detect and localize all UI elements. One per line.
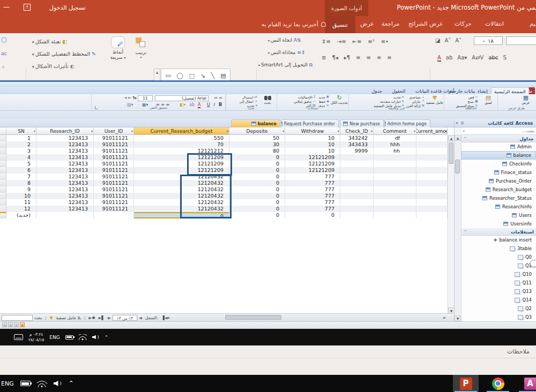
doc-tab-3[interactable]: Admin home page — [384, 119, 430, 127]
nav-item-Researcher_Status[interactable]: Researcher_Status — [461, 194, 536, 202]
cell[interactable] — [340, 180, 374, 186]
cell[interactable] — [416, 154, 448, 161]
doc-tab-2[interactable]: New purchase — [340, 119, 384, 127]
shape-effects-button[interactable]: ◐ تأثيرات الأشكال ▾ — [32, 63, 75, 69]
cell[interactable]: hhh — [374, 141, 416, 148]
battery-icon[interactable] — [65, 335, 73, 340]
tab-3[interactable]: مراجعة — [382, 20, 399, 27]
cell[interactable] — [374, 186, 416, 193]
cell[interactable]: 12121209 — [285, 154, 340, 161]
shape-0-4[interactable]: ╲ — [211, 73, 215, 79]
shape-0-5[interactable]: ▤ — [220, 73, 226, 79]
outer-language-indicator[interactable]: ENG — [1, 380, 14, 387]
row-selector[interactable] — [0, 141, 6, 148]
outer-taskbar-button-chrome[interactable] — [485, 375, 511, 392]
nav-item-balance-insert[interactable]: balance insert✚ — [461, 236, 536, 244]
column-dropdown-icon[interactable]: ▾ — [371, 129, 373, 133]
access-tab-0[interactable]: الصفحة الرئيسية — [491, 87, 529, 95]
big-button-0[interactable]: ▦عرض — [517, 95, 535, 105]
cell[interactable]: 12121209 — [285, 167, 340, 174]
arrange-button[interactable]: ترتيب ▾ — [132, 37, 150, 59]
cell[interactable]: 4 — [6, 154, 36, 161]
annotation-rectangle-2[interactable] — [180, 175, 232, 218]
cell[interactable]: 0 — [229, 174, 285, 180]
ribbon-item[interactable]: ⇣تصاعدي — [406, 95, 425, 99]
nav-item-Purchase_Order[interactable]: Purchase_Order — [461, 177, 536, 185]
cell[interactable]: 123413 — [36, 199, 94, 206]
cell[interactable] — [374, 154, 416, 161]
previous-record-icon[interactable]: ◄ — [139, 315, 142, 320]
cell[interactable]: (جديد) — [6, 212, 36, 218]
nav-item-Admin[interactable]: Admin — [461, 142, 536, 151]
font-name-box[interactable] — [506, 36, 536, 45]
clock[interactable]: ٠٣:٢٤ م ٢٨/٠٨/١٥ — [28, 332, 44, 343]
ltr-paragraph-icon[interactable]: ¶◂ — [332, 55, 338, 61]
outer-speaker-icon[interactable] — [54, 380, 62, 387]
cell[interactable]: 123413 — [36, 148, 94, 154]
cell[interactable] — [94, 212, 134, 218]
cell[interactable] — [340, 206, 374, 212]
tell-me-box[interactable]: أخبرني بما تريد القيام به — [262, 21, 326, 27]
change-case-icon[interactable]: Aa▾ — [457, 55, 467, 62]
row-selector[interactable] — [0, 212, 6, 218]
cell[interactable]: 10 — [285, 141, 340, 148]
cell[interactable]: 777 — [285, 206, 340, 212]
column-dropdown-icon[interactable]: ▾ — [227, 129, 228, 133]
nav-item-Q14[interactable]: Q14 — [461, 296, 536, 304]
cell[interactable]: 0 — [229, 193, 285, 199]
cell[interactable]: 343242 — [340, 135, 374, 141]
cell[interactable] — [416, 199, 448, 206]
nav-item-Q0[interactable]: Q0 — [461, 253, 536, 261]
cell[interactable]: 0 — [229, 167, 285, 174]
column-dropdown-icon[interactable]: ▾ — [445, 129, 446, 133]
font-color-icon[interactable]: A — [437, 55, 441, 62]
ribbon-item[interactable]: ▪حفظ — [318, 99, 329, 103]
language-indicator[interactable]: ENG — [49, 335, 59, 340]
cell[interactable]: 10 — [285, 135, 340, 141]
access-context-tab-0[interactable]: الحقول — [389, 87, 408, 95]
cell[interactable] — [416, 193, 448, 199]
minimize-icon[interactable]: — — [3, 3, 10, 11]
no-filter-button[interactable]: بلا عامل تصفية — [56, 315, 81, 320]
ribbon-item[interactable]: ⇄استبدال — [240, 95, 257, 99]
columns-icon[interactable]: ≣ — [322, 55, 326, 61]
tab-design-cut[interactable]: تصميم — [530, 20, 536, 27]
cell[interactable] — [374, 174, 416, 180]
column-header-Withdraw[interactable]: Withdraw▾ — [285, 127, 340, 135]
ribbon-item[interactable]: ✱جديد — [318, 95, 329, 99]
form-view-icon[interactable]: ▧ — [14, 322, 19, 327]
row-selector[interactable] — [0, 167, 6, 174]
cell[interactable] — [340, 174, 374, 180]
shape-0-0[interactable]: ▭ — [165, 73, 170, 79]
nav-item-Usersinfo[interactable]: Usersinfo — [461, 220, 536, 228]
nav-pane-scrollbar[interactable]: ▲ ▼ — [455, 135, 461, 321]
cell[interactable]: 6 — [6, 167, 36, 174]
nav-item-3table[interactable]: 3table — [461, 244, 536, 253]
column-header-Current_amou[interactable]: Current_amou▾ — [416, 127, 448, 135]
cell[interactable]: 550 — [134, 135, 229, 141]
rtl-paragraph-icon[interactable]: ▸¶ — [344, 55, 350, 61]
cell[interactable] — [416, 135, 448, 141]
vertical-scroll-thumb[interactable] — [449, 142, 453, 164]
hscroll-right-icon[interactable]: ► — [442, 314, 448, 320]
cell[interactable] — [374, 161, 416, 167]
cell[interactable] — [340, 161, 374, 167]
ribbon-display-options-icon[interactable]: ↑ — [24, 4, 31, 11]
cell[interactable]: 123413 — [36, 193, 94, 199]
ribbon-item[interactable]: ✓تدقيق إملائي — [294, 99, 316, 103]
cell[interactable]: 343433 — [340, 141, 374, 148]
cell[interactable]: 777 — [285, 174, 340, 180]
big-button-1[interactable]: ▤لصق — [479, 95, 497, 105]
cell[interactable]: 2 — [6, 141, 36, 148]
outer-taskbar-button-access[interactable]: A — [517, 375, 536, 392]
cell[interactable] — [36, 212, 94, 218]
navigation-pane-header[interactable]: » ⊙ كافة كائنات Access — [455, 119, 536, 127]
column-dropdown-icon[interactable]: ▾ — [414, 129, 415, 133]
row-selector[interactable] — [0, 161, 6, 167]
cell[interactable] — [340, 186, 374, 193]
column-dropdown-icon[interactable]: ▾ — [338, 129, 339, 133]
column-dropdown-icon[interactable]: ▾ — [131, 129, 133, 133]
cell[interactable] — [374, 193, 416, 199]
cell[interactable]: 123413 — [36, 167, 94, 174]
last-record-icon[interactable]: ►▌ — [99, 315, 105, 320]
